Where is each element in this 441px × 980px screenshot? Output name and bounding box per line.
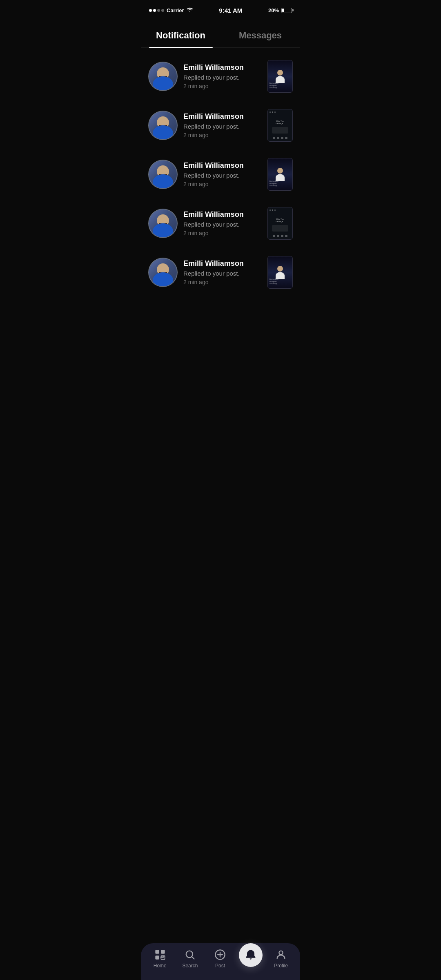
avatar [148,258,178,287]
signal-dot-2 [153,9,156,12]
battery-percent: 20% [268,7,279,13]
notif-name: Emilli Williamson [183,210,262,219]
notif-time: 2 min ago [183,230,262,236]
avatar-person [149,258,177,286]
notif-action: Replied to your post. [183,172,262,179]
thumb-icons [273,235,287,237]
thumb-person [276,266,285,279]
status-time: 9:41 AM [219,7,242,14]
thumb-text: Life is aboutto explorenew things. [270,82,291,89]
thumb-label: Write Yourmessage... [276,120,285,125]
status-right: 20% [268,7,292,13]
thumb-head [277,70,283,76]
signal-dots [149,9,164,12]
thumb-text: Life is aboutto explorenew things. [270,278,291,285]
notification-item[interactable]: Emilli Williamson Replied to your post. … [141,52,300,101]
notif-name: Emilli Williamson [183,259,262,268]
notif-thumbnail: Life is aboutto explorenew things. [267,158,293,191]
thumb-head [277,168,283,174]
signal-dot-4 [161,9,164,12]
notif-name: Emilli Williamson [183,112,262,121]
tab-messages[interactable]: Messages [220,26,300,47]
thumbnail-image: Life is aboutto explorenew things. [268,158,292,190]
thumbnail-image: Write Yourmessage... [268,109,292,141]
person-body [153,272,173,286]
header-tabs: Notification Messages [141,18,300,48]
avatar-person [149,62,177,90]
thumb-dots [270,209,276,211]
avatar-person [149,209,177,237]
avatar-person [149,111,177,139]
thumb-text: Life is aboutto explorenew things. [270,180,291,187]
carrier-label: Carrier [167,7,184,13]
thumb-label: Write Yourmessage... [276,218,285,223]
avatar [148,209,178,238]
notification-item[interactable]: Emilli Williamson Replied to your post. … [141,199,300,248]
notif-action: Replied to your post. [183,270,262,277]
signal-dot-3 [157,9,160,12]
thumb-person [276,168,285,181]
person-body [153,174,173,188]
thumbnail-image: Life is aboutto explorenew things. [268,256,292,288]
thumb-person [276,70,285,83]
thumb-input-box [272,127,288,134]
notification-item[interactable]: Emilli Williamson Replied to your post. … [141,101,300,150]
notif-content: Emilli Williamson Replied to your post. … [183,259,262,285]
avatar-person [149,160,177,188]
person-body [153,125,173,139]
avatar [148,160,178,189]
notif-time: 2 min ago [183,83,262,89]
thumb-input-box [272,225,288,232]
tab-notification[interactable]: Notification [141,26,220,47]
notif-content: Emilli Williamson Replied to your post. … [183,63,262,89]
notif-thumbnail: Life is aboutto explorenew things. [267,60,293,93]
notifications-list: Emilli Williamson Replied to your post. … [141,48,300,301]
person-body [153,223,173,237]
avatar [148,62,178,91]
thumb-head [277,266,283,272]
avatar-image [149,258,177,286]
battery-icon [281,8,292,13]
avatar [148,111,178,140]
notif-content: Emilli Williamson Replied to your post. … [183,161,262,187]
notif-thumbnail: Life is aboutto explorenew things. [267,256,293,289]
status-bar: Carrier 9:41 AM 20% [141,0,300,18]
notif-action: Replied to your post. [183,123,262,130]
battery-fill [282,9,284,12]
notif-name: Emilli Williamson [183,161,262,170]
status-left: Carrier [149,7,193,13]
wifi-icon [187,7,193,13]
notif-action: Replied to your post. [183,221,262,228]
thumb-dots [270,111,276,113]
notification-item[interactable]: Emilli Williamson Replied to your post. … [141,150,300,199]
avatar-image [149,209,177,237]
person-body [153,76,173,90]
notif-action: Replied to your post. [183,74,262,81]
notif-content: Emilli Williamson Replied to your post. … [183,112,262,138]
notif-time: 2 min ago [183,279,262,285]
notif-name: Emilli Williamson [183,63,262,72]
notif-thumbnail: Write Yourmessage... [267,207,293,240]
notif-thumbnail: Write Yourmessage... [267,109,293,142]
thumbnail-image: Life is aboutto explorenew things. [268,60,292,92]
signal-dot-1 [149,9,152,12]
avatar-image [149,111,177,139]
thumb-icons [273,137,287,139]
notif-time: 2 min ago [183,132,262,138]
notification-item[interactable]: Emilli Williamson Replied to your post. … [141,248,300,297]
avatar-image [149,62,177,90]
notif-time: 2 min ago [183,181,262,187]
avatar-image [149,160,177,188]
thumbnail-image: Write Yourmessage... [268,207,292,239]
notif-content: Emilli Williamson Replied to your post. … [183,210,262,236]
